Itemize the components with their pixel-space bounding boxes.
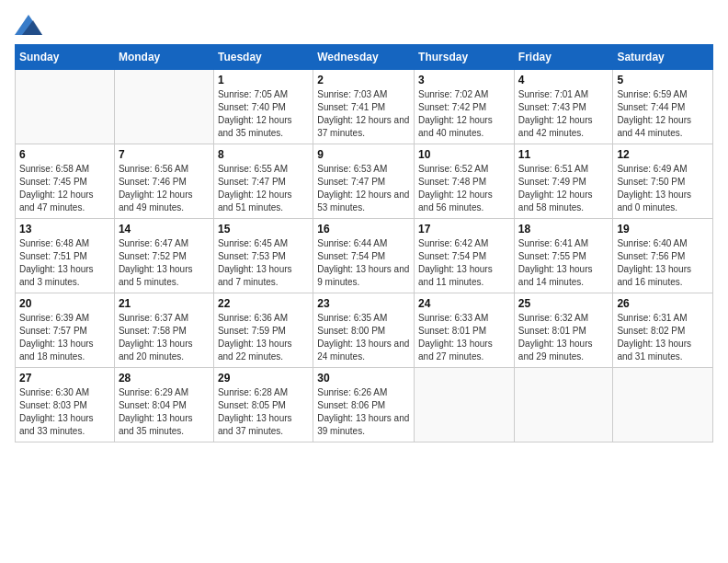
calendar-week-3: 13Sunrise: 6:48 AM Sunset: 7:51 PM Dayli…: [16, 219, 713, 293]
calendar-cell: 14Sunrise: 6:47 AM Sunset: 7:52 PM Dayli…: [114, 219, 213, 293]
day-info: Sunrise: 6:33 AM Sunset: 8:01 PM Dayligh…: [418, 312, 510, 363]
day-info: Sunrise: 6:55 AM Sunset: 7:47 PM Dayligh…: [218, 163, 309, 214]
day-info: Sunrise: 6:48 AM Sunset: 7:51 PM Dayligh…: [19, 237, 110, 289]
page-header: [15, 15, 713, 35]
day-number: 20: [19, 297, 110, 310]
day-info: Sunrise: 7:05 AM Sunset: 7:40 PM Dayligh…: [218, 88, 309, 140]
day-info: Sunrise: 6:47 AM Sunset: 7:52 PM Dayligh…: [119, 237, 210, 289]
calendar-cell: 23Sunrise: 6:35 AM Sunset: 8:00 PM Dayli…: [313, 293, 415, 368]
day-info: Sunrise: 6:28 AM Sunset: 8:05 PM Dayligh…: [218, 386, 309, 438]
day-info: Sunrise: 7:02 AM Sunset: 7:42 PM Dayligh…: [418, 88, 510, 140]
day-number: 30: [317, 372, 410, 385]
day-number: 12: [617, 148, 709, 161]
day-info: Sunrise: 6:37 AM Sunset: 7:58 PM Dayligh…: [119, 312, 210, 363]
calendar-cell: 28Sunrise: 6:29 AM Sunset: 8:04 PM Dayli…: [114, 368, 213, 442]
calendar-cell: [114, 70, 213, 144]
day-info: Sunrise: 7:01 AM Sunset: 7:43 PM Dayligh…: [518, 88, 609, 140]
logo: [15, 15, 46, 35]
day-number: 11: [518, 148, 609, 161]
day-number: 21: [119, 297, 210, 310]
calendar-cell: 10Sunrise: 6:52 AM Sunset: 7:48 PM Dayli…: [415, 144, 515, 219]
day-number: 25: [518, 297, 609, 310]
day-info: Sunrise: 7:03 AM Sunset: 7:41 PM Dayligh…: [317, 88, 410, 140]
calendar-cell: 6Sunrise: 6:58 AM Sunset: 7:45 PM Daylig…: [16, 144, 115, 219]
col-header-saturday: Saturday: [613, 45, 713, 70]
day-info: Sunrise: 6:29 AM Sunset: 8:04 PM Dayligh…: [119, 386, 210, 438]
col-header-tuesday: Tuesday: [213, 45, 313, 70]
calendar-week-1: 1Sunrise: 7:05 AM Sunset: 7:40 PM Daylig…: [16, 70, 713, 144]
col-header-sunday: Sunday: [16, 45, 115, 70]
day-number: 27: [19, 372, 110, 385]
calendar-cell: 11Sunrise: 6:51 AM Sunset: 7:49 PM Dayli…: [514, 144, 613, 219]
day-number: 14: [119, 223, 210, 236]
col-header-thursday: Thursday: [415, 45, 515, 70]
day-info: Sunrise: 6:58 AM Sunset: 7:45 PM Dayligh…: [19, 163, 110, 214]
calendar-cell: 7Sunrise: 6:56 AM Sunset: 7:46 PM Daylig…: [114, 144, 213, 219]
day-info: Sunrise: 6:44 AM Sunset: 7:54 PM Dayligh…: [317, 237, 410, 289]
day-number: 10: [418, 148, 510, 161]
calendar-cell: 2Sunrise: 7:03 AM Sunset: 7:41 PM Daylig…: [313, 70, 415, 144]
day-info: Sunrise: 6:51 AM Sunset: 7:49 PM Dayligh…: [518, 163, 609, 214]
calendar-cell: 20Sunrise: 6:39 AM Sunset: 7:57 PM Dayli…: [16, 293, 115, 368]
day-number: 29: [218, 372, 309, 385]
calendar-cell: 12Sunrise: 6:49 AM Sunset: 7:50 PM Dayli…: [613, 144, 713, 219]
calendar-cell: 3Sunrise: 7:02 AM Sunset: 7:42 PM Daylig…: [415, 70, 515, 144]
calendar-cell: 21Sunrise: 6:37 AM Sunset: 7:58 PM Dayli…: [114, 293, 213, 368]
day-info: Sunrise: 6:59 AM Sunset: 7:44 PM Dayligh…: [617, 88, 709, 140]
day-number: 4: [518, 74, 609, 86]
day-number: 28: [119, 372, 210, 385]
calendar-cell: 13Sunrise: 6:48 AM Sunset: 7:51 PM Dayli…: [16, 219, 115, 293]
day-number: 9: [317, 148, 410, 161]
col-header-monday: Monday: [114, 45, 213, 70]
day-info: Sunrise: 6:30 AM Sunset: 8:03 PM Dayligh…: [19, 386, 110, 438]
day-number: 3: [418, 74, 510, 86]
calendar-week-2: 6Sunrise: 6:58 AM Sunset: 7:45 PM Daylig…: [16, 144, 713, 219]
day-info: Sunrise: 6:52 AM Sunset: 7:48 PM Dayligh…: [418, 163, 510, 214]
calendar-table: SundayMondayTuesdayWednesdayThursdayFrid…: [15, 44, 713, 442]
day-info: Sunrise: 6:35 AM Sunset: 8:00 PM Dayligh…: [317, 312, 410, 363]
calendar-cell: [613, 368, 713, 442]
calendar-cell: 26Sunrise: 6:31 AM Sunset: 8:02 PM Dayli…: [613, 293, 713, 368]
day-info: Sunrise: 6:41 AM Sunset: 7:55 PM Dayligh…: [518, 237, 609, 289]
calendar-cell: 18Sunrise: 6:41 AM Sunset: 7:55 PM Dayli…: [514, 219, 613, 293]
day-number: 6: [19, 148, 110, 161]
calendar-cell: 1Sunrise: 7:05 AM Sunset: 7:40 PM Daylig…: [213, 70, 313, 144]
day-number: 5: [617, 74, 709, 86]
day-number: 13: [19, 223, 110, 236]
day-info: Sunrise: 6:40 AM Sunset: 7:56 PM Dayligh…: [617, 237, 709, 289]
calendar-cell: [16, 70, 115, 144]
calendar-week-4: 20Sunrise: 6:39 AM Sunset: 7:57 PM Dayli…: [16, 293, 713, 368]
day-number: 15: [218, 223, 309, 236]
day-number: 23: [317, 297, 410, 310]
calendar-cell: 19Sunrise: 6:40 AM Sunset: 7:56 PM Dayli…: [613, 219, 713, 293]
calendar-cell: 4Sunrise: 7:01 AM Sunset: 7:43 PM Daylig…: [514, 70, 613, 144]
calendar-cell: [415, 368, 515, 442]
day-info: Sunrise: 6:53 AM Sunset: 7:47 PM Dayligh…: [317, 163, 410, 214]
day-info: Sunrise: 6:49 AM Sunset: 7:50 PM Dayligh…: [617, 163, 709, 214]
col-header-friday: Friday: [514, 45, 613, 70]
day-info: Sunrise: 6:56 AM Sunset: 7:46 PM Dayligh…: [119, 163, 210, 214]
col-header-wednesday: Wednesday: [313, 45, 415, 70]
day-info: Sunrise: 6:42 AM Sunset: 7:54 PM Dayligh…: [418, 237, 510, 289]
day-number: 8: [218, 148, 309, 161]
day-info: Sunrise: 6:39 AM Sunset: 7:57 PM Dayligh…: [19, 312, 110, 363]
day-info: Sunrise: 6:32 AM Sunset: 8:01 PM Dayligh…: [518, 312, 609, 363]
day-number: 7: [119, 148, 210, 161]
day-number: 1: [218, 74, 309, 86]
calendar-week-5: 27Sunrise: 6:30 AM Sunset: 8:03 PM Dayli…: [16, 368, 713, 442]
calendar-cell: 25Sunrise: 6:32 AM Sunset: 8:01 PM Dayli…: [514, 293, 613, 368]
day-number: 18: [518, 223, 609, 236]
day-number: 2: [317, 74, 410, 86]
day-number: 22: [218, 297, 309, 310]
day-number: 17: [418, 223, 510, 236]
calendar-header-row: SundayMondayTuesdayWednesdayThursdayFrid…: [16, 45, 713, 70]
day-info: Sunrise: 6:36 AM Sunset: 7:59 PM Dayligh…: [218, 312, 309, 363]
calendar-cell: 17Sunrise: 6:42 AM Sunset: 7:54 PM Dayli…: [415, 219, 515, 293]
calendar-cell: 29Sunrise: 6:28 AM Sunset: 8:05 PM Dayli…: [213, 368, 313, 442]
calendar-cell: 22Sunrise: 6:36 AM Sunset: 7:59 PM Dayli…: [213, 293, 313, 368]
calendar-cell: [514, 368, 613, 442]
day-number: 19: [617, 223, 709, 236]
calendar-cell: 15Sunrise: 6:45 AM Sunset: 7:53 PM Dayli…: [213, 219, 313, 293]
day-info: Sunrise: 6:45 AM Sunset: 7:53 PM Dayligh…: [218, 237, 309, 289]
calendar-cell: 9Sunrise: 6:53 AM Sunset: 7:47 PM Daylig…: [313, 144, 415, 219]
